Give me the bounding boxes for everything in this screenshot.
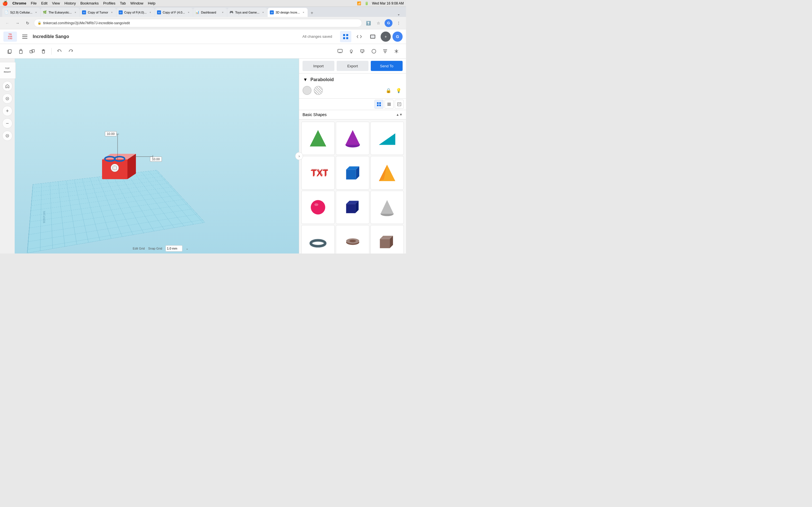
shape-box-brown[interactable] (370, 225, 404, 253)
hole-color-button[interactable] (314, 86, 323, 95)
canvas-container: TOP RIGHT + − (0, 59, 406, 253)
shapes-category-arrow[interactable]: ▲▼ (396, 113, 403, 117)
address-bar: ← → ↻ 🔒 tinkercad.com/things/2jUMe7MRb7J… (0, 17, 406, 29)
grid-view-small-button[interactable] (374, 100, 384, 109)
mirror-tool[interactable] (391, 46, 402, 56)
shape-cube-blue[interactable] (336, 156, 369, 189)
light-tool[interactable] (346, 46, 356, 56)
tab-close-3ddesign[interactable]: × (301, 10, 305, 14)
tab-close-dashboard[interactable]: × (221, 10, 225, 14)
user-profile-button[interactable]: G (393, 32, 403, 42)
menu-history[interactable]: History (62, 1, 78, 5)
svg-marker-54 (345, 130, 360, 145)
lock-icon[interactable]: 🔒 (385, 87, 393, 94)
delete-button[interactable] (38, 46, 49, 56)
redo-button[interactable] (66, 46, 76, 56)
snap-value-input[interactable] (165, 245, 183, 251)
back-button[interactable]: ← (3, 19, 11, 27)
tab-menu-button[interactable]: ⌄ (396, 11, 402, 17)
shape-cone-gray[interactable] (370, 191, 404, 224)
code-view-button[interactable] (354, 31, 365, 42)
menu-profiles[interactable]: Profiles (101, 1, 117, 5)
notes-view-button[interactable] (395, 100, 404, 109)
comment-tool[interactable] (335, 46, 345, 56)
menu-file[interactable]: File (29, 1, 39, 5)
menu-view[interactable]: View (50, 1, 62, 5)
svg-marker-70 (380, 200, 394, 214)
tab-close-s29[interactable]: × (34, 10, 38, 14)
menu-chrome[interactable]: Chrome (10, 1, 29, 5)
paste-button[interactable] (16, 46, 26, 56)
refresh-button[interactable]: ↻ (24, 19, 32, 27)
tinkercad-logo[interactable]: TINKERCAD (3, 32, 17, 42)
view-cube[interactable]: TOP RIGHT (0, 62, 16, 79)
tab-toys[interactable]: 🎮 Toys and Game... × (227, 8, 267, 17)
visibility-icon[interactable]: 💡 (395, 87, 403, 94)
circle-tool[interactable] (369, 46, 379, 56)
shape-collapse-button[interactable]: ▼ (303, 77, 308, 82)
edit-grid-label[interactable]: Edit Grid (133, 247, 145, 250)
shape-torus[interactable] (301, 225, 335, 253)
menu-edit[interactable]: Edit (39, 1, 50, 5)
panel-collapse-button[interactable]: › (295, 152, 303, 160)
tab-close-toys[interactable]: × (261, 10, 265, 14)
duplicate-button[interactable] (27, 46, 37, 56)
simulation-button[interactable] (367, 31, 378, 42)
profile-icon[interactable]: G (385, 19, 393, 27)
shape-ring[interactable] (336, 225, 369, 253)
measurement-top: 10.00 (105, 131, 117, 136)
add-collaborator-button[interactable]: + (380, 32, 391, 42)
fit-view-button[interactable] (2, 131, 12, 141)
grid-view-button[interactable] (340, 31, 351, 42)
snap-arrow[interactable]: ⌄ (186, 247, 188, 250)
tab-dashboard[interactable]: 📊 Dashboard × (193, 8, 227, 17)
tab-f40a[interactable]: 3D Copy of F(4.0)... × (116, 8, 154, 17)
snap-grid-label: Snap Grid (148, 247, 162, 250)
tab-close-f40a[interactable]: × (148, 10, 152, 14)
shape-sphere-pink[interactable] (301, 191, 335, 224)
list-view-button[interactable] (385, 100, 394, 109)
shape-cone-purple[interactable] (336, 122, 369, 155)
speech-tool[interactable] (357, 46, 368, 56)
apple-menu[interactable]: 🍎 (2, 1, 8, 6)
tab-close-f40b[interactable]: × (187, 10, 191, 14)
tab-close-tumor[interactable]: × (110, 10, 114, 14)
tab-f40b[interactable]: 3D Copy of F (4.0... × (155, 8, 193, 17)
menu-help[interactable]: Help (146, 1, 158, 5)
canvas-3d[interactable]: workplane (15, 59, 299, 253)
copy-button[interactable] (4, 46, 15, 56)
tab-s29[interactable]: 📄 S(2.9) Cellular... × (2, 8, 40, 17)
shape-pyramid-green[interactable] (301, 122, 335, 155)
solid-color-button[interactable] (303, 86, 312, 95)
shape-cube-dark[interactable] (336, 191, 369, 224)
share-icon[interactable]: ⬆️ (364, 19, 372, 27)
undo-button[interactable] (54, 46, 64, 56)
bookmark-icon[interactable]: ☆ (374, 19, 382, 27)
zoom-in-button[interactable]: + (2, 106, 12, 116)
tab-tumor[interactable]: 3D Copy of Tumor × (80, 8, 116, 17)
orbit-button[interactable] (2, 94, 12, 104)
menu-bookmarks[interactable]: Bookmarks (78, 1, 101, 5)
forward-button[interactable]: → (13, 19, 21, 27)
import-button[interactable]: Import (303, 61, 335, 71)
shape-pyramid-yellow[interactable] (370, 156, 404, 189)
tab-close-eukaryotic[interactable]: × (73, 10, 77, 14)
new-tab-button[interactable]: + (308, 9, 316, 17)
export-button[interactable]: Export (337, 61, 368, 71)
wifi-icon: 📶 (357, 1, 361, 5)
home-view-button[interactable] (2, 81, 12, 91)
shape-text-3d[interactable]: TXT TXT (301, 156, 335, 189)
address-input[interactable]: 🔒 tinkercad.com/things/2jUMe7MRb7J-incre… (34, 19, 362, 27)
hamburger-button[interactable] (20, 32, 29, 41)
send-to-button[interactable]: Send To (371, 61, 403, 71)
extensions-icon[interactable]: ⋮ (395, 19, 403, 27)
measurement-right: 10.00 (150, 157, 162, 162)
tab-favicon-s29: 📄 (4, 10, 8, 14)
tab-eukaryotic[interactable]: 🌿 The Eukaryotic... × (41, 8, 80, 17)
menu-tab[interactable]: Tab (117, 1, 128, 5)
zoom-out-button[interactable]: − (2, 118, 12, 128)
align-tool[interactable] (380, 46, 390, 56)
tab-3ddesign[interactable]: 3D 3D design Incre... × (267, 8, 308, 17)
menu-window[interactable]: Window (128, 1, 146, 5)
shape-wedge-teal[interactable] (370, 122, 404, 155)
